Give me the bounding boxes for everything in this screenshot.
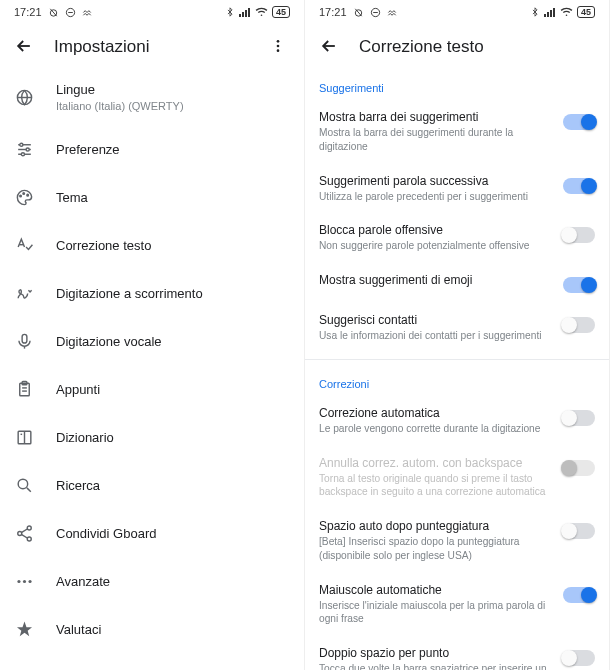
setting-title: Suggerimenti parola successiva [319, 174, 551, 188]
row-suggest-contacts[interactable]: Suggerisci contatti Usa le informazioni … [305, 303, 609, 353]
svg-point-18 [19, 195, 21, 197]
svg-rect-5 [245, 10, 247, 17]
svg-point-17 [21, 152, 24, 155]
setting-title: Mostra barra dei suggerimenti [319, 110, 551, 124]
row-advanced[interactable]: Avanzate [0, 557, 304, 605]
row-label: Correzione testo [56, 238, 290, 253]
battery-indicator: 45 [272, 6, 290, 18]
alarm-off-icon [48, 7, 59, 18]
svg-point-8 [277, 40, 280, 43]
setting-title: Annulla correz. autom. con backspace [319, 456, 551, 470]
svg-point-47 [566, 14, 568, 16]
app-bar: Correzione testo [305, 24, 609, 70]
dnd-icon [65, 7, 76, 18]
row-autospace[interactable]: Spazio auto dopo punteggiatura [Beta] In… [305, 509, 609, 573]
battery-indicator: 45 [577, 6, 595, 18]
mic-icon [14, 331, 34, 351]
row-suggestion-strip[interactable]: Mostra barra dei suggerimenti Mostra la … [305, 100, 609, 164]
toggle-switch[interactable] [563, 523, 595, 539]
row-languages[interactable]: Lingue Italiano (Italia) (QWERTY) [0, 70, 304, 125]
dnd-icon [370, 7, 381, 18]
page-title: Correzione testo [359, 37, 595, 57]
row-autocorrect[interactable]: Correzione automatica Le parole vengono … [305, 396, 609, 446]
setting-sub: Le parole vengono corrette durante la di… [319, 422, 551, 436]
status-bar: 17:21 45 [305, 0, 609, 24]
status-bar: 17:21 45 [0, 0, 304, 24]
row-label: Avanzate [56, 574, 290, 589]
toggle-switch[interactable] [563, 277, 595, 293]
back-icon[interactable] [14, 36, 34, 59]
back-icon[interactable] [319, 36, 339, 59]
status-left: 17:21 [319, 6, 398, 18]
row-dictionary[interactable]: Dizionario [0, 413, 304, 461]
app-icon [387, 7, 398, 18]
app-icon [82, 7, 93, 18]
setting-sub: Inserisce l'iniziale maiuscola per la pr… [319, 599, 551, 627]
row-label: Preferenze [56, 142, 290, 157]
row-autocapitalize[interactable]: Maiuscole automatiche Inserisce l'inizia… [305, 573, 609, 637]
bluetooth-icon [530, 7, 540, 17]
toggle-switch[interactable] [563, 410, 595, 426]
correction-list: Suggerimenti Mostra barra dei suggerimen… [305, 70, 609, 670]
row-block-offensive[interactable]: Blocca parole offensive Non suggerire pa… [305, 213, 609, 263]
status-left: 17:21 [14, 6, 93, 18]
toggle-switch[interactable] [563, 317, 595, 333]
row-label: Dizionario [56, 430, 290, 445]
svg-rect-3 [239, 14, 241, 17]
svg-point-9 [277, 44, 280, 47]
svg-point-37 [17, 580, 20, 583]
screen-text-correction: 17:21 45 Correzione testo Suggerimenti M… [305, 0, 610, 670]
row-label: Valutaci [56, 622, 290, 637]
setting-sub: Mostra la barra dei suggerimenti durante… [319, 126, 551, 154]
row-label: Lingue [56, 82, 290, 97]
toggle-switch[interactable] [563, 587, 595, 603]
svg-point-16 [26, 148, 29, 151]
wifi-icon [560, 7, 573, 17]
row-glide-typing[interactable]: Digitazione a scorrimento [0, 269, 304, 317]
row-next-word[interactable]: Suggerimenti parola successiva Utilizza … [305, 164, 609, 214]
row-rate[interactable]: Valutaci [0, 605, 304, 653]
screen-settings: 17:21 45 Impostazioni Lingue Italiano (I… [0, 0, 305, 670]
row-share[interactable]: Condividi Gboard [0, 509, 304, 557]
svg-point-20 [26, 194, 28, 196]
svg-point-38 [22, 580, 25, 583]
row-clipboard[interactable]: Appunti [0, 365, 304, 413]
setting-title: Mostra suggerimenti di emoji [319, 273, 551, 287]
palette-icon [14, 187, 34, 207]
signal-icon [239, 7, 251, 17]
setting-title: Maiuscole automatiche [319, 583, 551, 597]
row-label: Appunti [56, 382, 290, 397]
row-preferences[interactable]: Preferenze [0, 125, 304, 173]
globe-icon [14, 88, 34, 108]
setting-sub: [Beta] Inserisci spazio dopo la punteggi… [319, 535, 551, 563]
setting-sub: Usa le informazioni dei contatti per i s… [319, 329, 551, 343]
toggle-switch[interactable] [563, 178, 595, 194]
row-sublabel: Italiano (Italia) (QWERTY) [56, 99, 290, 113]
app-bar: Impostazioni [0, 24, 304, 70]
row-emoji-suggestions[interactable]: Mostra suggerimenti di emoji [305, 263, 609, 303]
toggle-switch[interactable] [563, 650, 595, 666]
page-title: Impostazioni [54, 37, 246, 57]
status-time: 17:21 [14, 6, 42, 18]
setting-title: Doppio spazio per punto [319, 646, 551, 660]
share-icon [14, 523, 34, 543]
spellcheck-icon [14, 235, 34, 255]
overflow-menu-icon[interactable] [266, 34, 290, 61]
row-voice-typing[interactable]: Digitazione vocale [0, 317, 304, 365]
svg-rect-45 [550, 10, 552, 17]
section-suggestions: Suggerimenti [305, 70, 609, 100]
search-icon [14, 475, 34, 495]
bluetooth-icon [225, 7, 235, 17]
toggle-switch[interactable] [563, 227, 595, 243]
setting-sub: Torna al testo originale quando si preme… [319, 472, 551, 500]
row-double-space-period[interactable]: Doppio spazio per punto Tocca due volte … [305, 636, 609, 670]
row-text-correction[interactable]: Correzione testo [0, 221, 304, 269]
row-search[interactable]: Ricerca [0, 461, 304, 509]
svg-point-30 [18, 479, 28, 489]
sliders-icon [14, 139, 34, 159]
row-theme[interactable]: Tema [0, 173, 304, 221]
status-time: 17:21 [319, 6, 347, 18]
svg-line-35 [21, 529, 27, 533]
toggle-switch[interactable] [563, 114, 595, 130]
status-right: 45 [530, 6, 595, 18]
